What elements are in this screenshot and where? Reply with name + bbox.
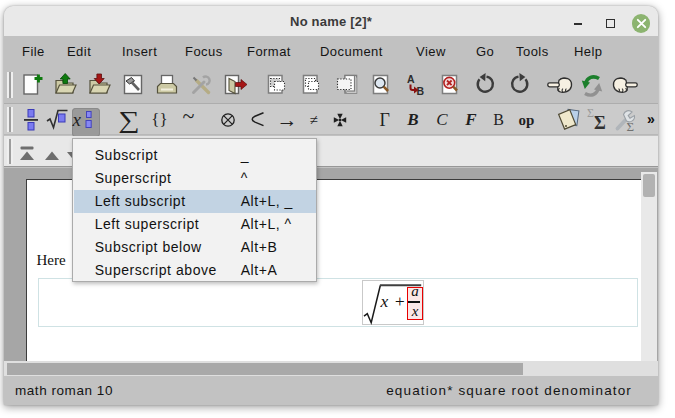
svg-text:x: x <box>72 109 82 130</box>
svg-text:Σ: Σ <box>587 107 594 120</box>
svg-text:Σ: Σ <box>594 113 606 132</box>
svg-text:Σ: Σ <box>627 119 635 133</box>
svg-text:A: A <box>407 73 415 85</box>
